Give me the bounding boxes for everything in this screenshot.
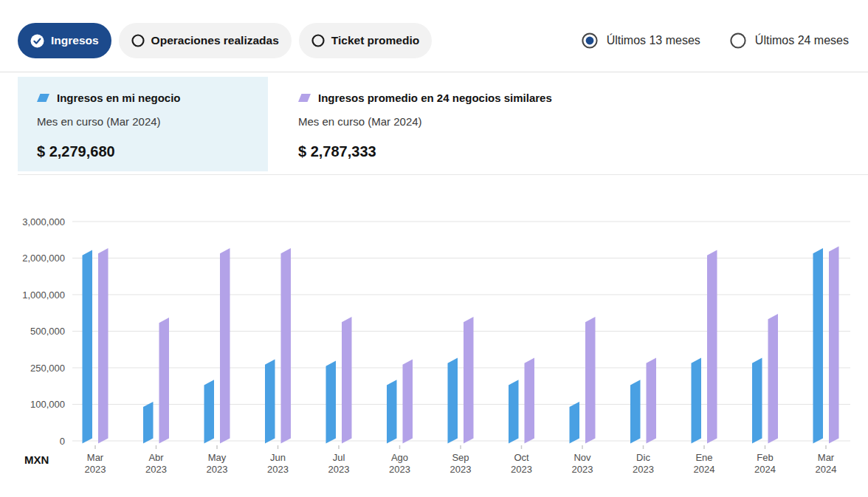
bar-similares-Ene-2024[interactable] — [707, 250, 717, 443]
x-axis-month-label: Ago — [391, 452, 408, 463]
bar-mi-negocio-Ago-2023[interactable] — [387, 380, 397, 443]
bar-mi-negocio-Jun-2023[interactable] — [265, 359, 275, 443]
x-axis-year-label: 2023 — [633, 464, 654, 475]
x-axis-year-label: 2023 — [389, 464, 410, 475]
x-axis-month-label: Oct — [514, 452, 529, 463]
currency-label: MXN — [24, 453, 49, 466]
bar-similares-Nov-2023[interactable] — [585, 317, 596, 444]
bar-similares-Jun-2023[interactable] — [281, 248, 292, 444]
x-axis-month-label: Jul — [333, 452, 345, 463]
bar-mi-negocio-Oct-2023[interactable] — [509, 380, 519, 443]
x-axis-month-label: Ene — [695, 452, 712, 463]
bar-similares-Abr-2023[interactable] — [159, 318, 170, 444]
y-axis-tick-label: 500,000 — [30, 326, 65, 337]
y-axis-tick-label: 250,000 — [30, 363, 65, 374]
x-axis-year-label: 2024 — [754, 464, 776, 475]
x-axis-year-label: 2023 — [511, 464, 532, 475]
bar-similares-Dic-2023[interactable] — [647, 358, 657, 444]
bar-chart: 0100,000250,000500,0001,000,0002,000,000… — [0, 0, 868, 497]
bar-mi-negocio-May-2023[interactable] — [204, 380, 215, 443]
bar-similares-May-2023[interactable] — [220, 248, 230, 444]
x-axis-month-label: Abr — [148, 452, 164, 463]
x-axis-month-label: Nov — [574, 452, 591, 463]
x-axis-year-label: 2023 — [145, 464, 167, 475]
bar-similares-Mar-2023[interactable] — [98, 248, 108, 444]
y-axis-tick-label: 3,000,000 — [22, 216, 65, 227]
y-axis-tick-label: 1,000,000 — [22, 289, 65, 301]
bar-mi-negocio-Jul-2023[interactable] — [326, 360, 337, 443]
x-axis-year-label: 2023 — [328, 464, 350, 475]
x-axis-year-label: 2024 — [694, 464, 715, 475]
y-axis-tick-label: 2,000,000 — [22, 253, 65, 264]
bar-mi-negocio-Ene-2024[interactable] — [692, 358, 702, 444]
bar-mi-negocio-Feb-2024[interactable] — [752, 358, 762, 444]
bar-similares-Jul-2023[interactable] — [342, 317, 352, 444]
bar-similares-Mar-2024[interactable] — [829, 247, 839, 444]
bar-mi-negocio-Dic-2023[interactable] — [630, 380, 641, 443]
x-axis-year-label: 2023 — [207, 464, 228, 475]
y-axis-tick-label: 100,000 — [30, 399, 65, 410]
x-axis-month-label: May — [208, 452, 227, 463]
bar-mi-negocio-Abr-2023[interactable] — [143, 402, 154, 444]
x-axis-year-label: 2024 — [816, 464, 837, 475]
bar-mi-negocio-Sep-2023[interactable] — [448, 358, 458, 444]
bar-similares-Ago-2023[interactable] — [403, 359, 413, 443]
bar-mi-negocio-Mar-2024[interactable] — [813, 248, 824, 444]
x-axis-year-label: 2023 — [85, 464, 106, 475]
x-axis-month-label: Sep — [452, 452, 469, 463]
x-axis-month-label: Mar — [87, 452, 104, 463]
x-axis-month-label: Mar — [818, 452, 835, 463]
x-axis-month-label: Dic — [636, 452, 650, 463]
x-axis-year-label: 2023 — [267, 464, 289, 475]
ingresos-dashboard: Ingresos Operaciones realizadas Ticket p… — [0, 0, 868, 497]
bar-similares-Feb-2024[interactable] — [768, 314, 779, 443]
x-axis-month-label: Jun — [270, 452, 286, 463]
bar-mi-negocio-Nov-2023[interactable] — [570, 402, 580, 444]
bar-mi-negocio-Mar-2023[interactable] — [83, 250, 93, 443]
x-axis-year-label: 2023 — [572, 464, 593, 475]
bar-similares-Oct-2023[interactable] — [525, 358, 535, 444]
y-axis-tick-label: 0 — [60, 436, 65, 447]
x-axis-month-label: Feb — [757, 452, 773, 463]
bar-similares-Sep-2023[interactable] — [464, 317, 474, 444]
x-axis-year-label: 2023 — [450, 464, 472, 475]
